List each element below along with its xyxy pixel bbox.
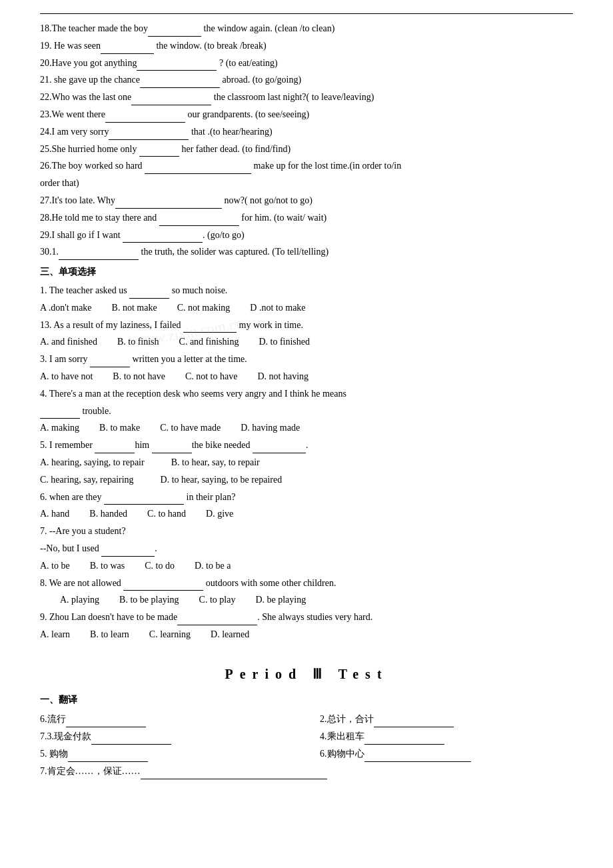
blank-24 xyxy=(109,129,189,140)
blank-t3r xyxy=(364,751,471,762)
option-c: C. to do xyxy=(145,558,175,574)
option-b: B. not make xyxy=(112,300,157,316)
mc-q13-options: A. and finished B. to finish C. and fini… xyxy=(40,334,573,350)
q23: 23.We went there our grandparents. (to s… xyxy=(40,107,573,123)
section3-title: 三、单项选择 xyxy=(40,264,573,280)
q28: 28.He told me to stay there and for him.… xyxy=(40,210,573,226)
option-d: D. be playing xyxy=(255,592,306,608)
trans-cell-1l: 6.流行 xyxy=(40,711,293,727)
option-c: C. not to have xyxy=(185,369,238,385)
option-b: B. to be playing xyxy=(119,592,179,608)
option-c: C. and finishing xyxy=(179,334,239,350)
option-b: B. to learn xyxy=(90,627,129,643)
blank-26 xyxy=(145,163,251,174)
questions-section: 18.The teacher made the boy the window a… xyxy=(40,21,573,260)
blank-mc6 xyxy=(104,494,184,505)
trans-cell-3l: 5. 购物 xyxy=(40,746,293,762)
q22: 22.Who was the last one the classroom la… xyxy=(40,89,573,105)
trans-cell-4l: 7.肯定会……，保证…… xyxy=(40,763,573,779)
q25: 25.She hurried home only her father dead… xyxy=(40,141,573,157)
option-d: D. to finished xyxy=(259,334,310,350)
mc-q6-options: A. hand B. handed C. to hand D. give xyxy=(40,506,573,522)
translation-section: 6.流行 2.总计，合计 7.3.现金付款 4.乘出租车 5. 购物 6.购物中… xyxy=(40,711,573,779)
mc-q13: 13. As a result of my laziness, I failed… xyxy=(40,317,573,333)
option-d: D .not to make xyxy=(250,300,305,316)
option-c: C. to play xyxy=(199,592,236,608)
blank-mc5a xyxy=(95,443,135,453)
option-b: B. to make xyxy=(99,420,140,436)
blank-28 xyxy=(159,215,239,226)
option-c: C. not making xyxy=(177,300,231,316)
blank-t3l xyxy=(68,751,148,762)
q20: 20.Have you got anything ? (to eat/eatin… xyxy=(40,55,573,71)
option-d: D. learned xyxy=(211,627,249,643)
q26b: order that) xyxy=(40,175,573,191)
trans-row4: 7.肯定会……，保证…… xyxy=(40,763,573,779)
option-a: A. and finished xyxy=(40,334,97,350)
blank-t1l xyxy=(66,717,146,727)
q27: 27.It's too late. Why now?( not go/not t… xyxy=(40,193,573,209)
mc-q8-options: A. playing B. to be playing C. to play D… xyxy=(40,592,573,608)
option-c: C. to hand xyxy=(147,506,186,522)
mc-section: 1. The teacher asked us so much noise. A… xyxy=(40,283,573,643)
mc-q1-options: A .don't make B. not make C. not making … xyxy=(40,300,573,316)
blank-mc5c xyxy=(253,443,306,453)
blank-t4l xyxy=(141,769,327,779)
option-c: C. to have made xyxy=(160,420,221,436)
blank-mc5b xyxy=(152,443,192,453)
option-a: A. hearing, saying, to repair xyxy=(40,455,145,471)
blank-30 xyxy=(59,249,139,260)
mc-q5-options: A. hearing, saying, to repair B. to hear… xyxy=(40,455,573,471)
trans-row2: 7.3.现金付款 4.乘出租车 xyxy=(40,729,573,745)
blank-mc3 xyxy=(90,357,130,367)
option-c: C. learning xyxy=(149,627,191,643)
mc-q9: 9. Zhou Lan doesn't have to be made. She… xyxy=(40,609,573,625)
blank-t1r xyxy=(374,717,454,727)
trans-row1: 6.流行 2.总计，合计 xyxy=(40,711,573,727)
blank-23 xyxy=(105,112,185,123)
blank-t2r xyxy=(364,734,444,745)
mc-q7: 7. --Are you a student? xyxy=(40,523,573,539)
blank-mc7 xyxy=(101,546,155,557)
trans-cell-1r: 2.总计，合计 xyxy=(320,711,573,727)
q26: 26.The boy worked so hard make up for th… xyxy=(40,158,573,174)
option-a: A. to be xyxy=(40,558,70,574)
option-b: B. to finish xyxy=(117,334,159,350)
blank-20 xyxy=(137,60,217,71)
option-b: B. to not have xyxy=(113,369,165,385)
option-b: B. to was xyxy=(90,558,125,574)
option-a: A. hand xyxy=(40,506,69,522)
mc-q7-options: A. to be B. to was C. to do D. to be a xyxy=(40,558,573,574)
mc-q5-options2: C. hearing, say, repairing D. to hear, s… xyxy=(40,472,573,488)
period-title: Period Ⅲ Test xyxy=(40,663,573,685)
mc-q4b: trouble. xyxy=(40,403,573,419)
mc-q5: 5. I remember him the bike needed . xyxy=(40,437,573,453)
trans-cell-2l: 7.3.现金付款 xyxy=(40,729,293,745)
blank-mc9 xyxy=(177,615,257,625)
trans-row3: 5. 购物 6.购物中心 xyxy=(40,746,573,762)
trans-cell-2r: 4.乘出租车 xyxy=(320,729,573,745)
top-divider xyxy=(40,13,573,14)
q18: 18.The teacher made the boy the window a… xyxy=(40,21,573,37)
blank-mc13 xyxy=(183,322,237,333)
mc-q4-options: A. making B. to make C. to have made D. … xyxy=(40,420,573,436)
blank-mc8 xyxy=(123,580,203,591)
blank-21 xyxy=(140,77,220,88)
blank-19 xyxy=(101,43,154,54)
option-a: A. to have not xyxy=(40,369,93,385)
option-d: D. to hear, saying, to be repaired xyxy=(161,472,283,488)
option-b: B. to hear, say, to repair xyxy=(171,455,260,471)
blank-27 xyxy=(115,198,222,209)
blank-mc4 xyxy=(40,408,80,419)
option-c: C. hearing, say, repairing xyxy=(40,472,134,488)
option-b: B. handed xyxy=(89,506,127,522)
blank-18 xyxy=(148,26,201,37)
mc-q9-options: A. learn B. to learn C. learning D. lear… xyxy=(40,627,573,643)
blank-25 xyxy=(139,146,179,157)
q19: 19. He was seen the window. (to break /b… xyxy=(40,38,573,54)
mc-q7b: --No, but I used . xyxy=(40,541,573,557)
blank-29 xyxy=(123,232,203,243)
mc-q8: 8. We are not allowed outdoors with some… xyxy=(40,575,573,591)
mc-q6: 6. when are they in their plan? xyxy=(40,489,573,505)
q29: 29.I shall go if I want . (go/to go) xyxy=(40,227,573,243)
